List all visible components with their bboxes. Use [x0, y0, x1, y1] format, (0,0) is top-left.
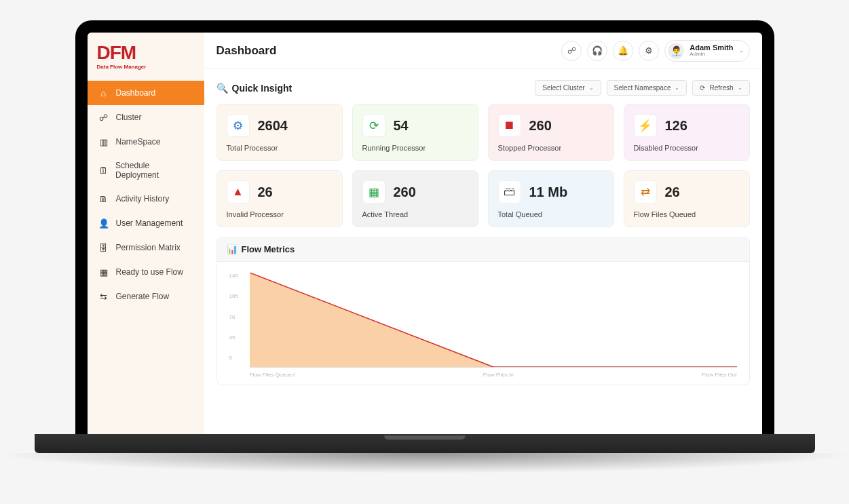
cluster-icon: ☍ — [98, 112, 109, 123]
metric-card-label: Invalid Processor — [227, 210, 333, 218]
metric-card-icon: ⚙ — [227, 114, 250, 137]
metric-card: 🗃11 MbTotal Queued — [488, 170, 614, 227]
metric-card-label: Running Processor — [362, 144, 468, 152]
quick-insight-label: Quick Insight — [232, 83, 293, 94]
sidebar-item-namespace[interactable]: ▥ NameSpace — [88, 130, 204, 154]
refresh-icon: ⟳ — [700, 84, 705, 92]
refresh-label: Refresh — [709, 84, 733, 92]
sidebar-item-label: Schedule Deployment — [115, 161, 193, 180]
settings-button[interactable]: ⚙ — [639, 41, 659, 61]
chevron-down-icon: ⌄ — [675, 85, 679, 91]
select-namespace-dropdown[interactable]: Select Namespace ⌄ — [607, 80, 687, 96]
user-role: Admin — [690, 52, 733, 58]
select-cluster-dropdown[interactable]: Select Cluster ⌄ — [535, 80, 601, 96]
flow-icon: ▦ — [98, 267, 109, 277]
sidebar-item-permission-matrix[interactable]: 🗄 Permission Matrix — [88, 235, 204, 260]
sidebar-item-label: User Management — [116, 218, 183, 228]
search-icon: 🔍 — [216, 83, 228, 94]
flow-metrics-chart: 14010570350 Flow Files QueuedFlow Files … — [217, 262, 749, 385]
y-tick-label: 35 — [229, 334, 238, 341]
sidebar: DFM Data Flow Manager ⌂ Dashboard ☍ Clus… — [88, 33, 204, 434]
metric-card-label: Flow Files Queued — [634, 210, 740, 218]
sidebar-item-dashboard[interactable]: ⌂ Dashboard — [88, 81, 204, 105]
chart-x-axis: Flow Files QueuedFlow Files InFlow Files… — [250, 372, 737, 378]
sidebar-item-cluster[interactable]: ☍ Cluster — [88, 105, 204, 130]
refresh-button[interactable]: ⟳ Refresh ⌄ — [692, 80, 749, 96]
sidebar-item-label: Generate Flow — [116, 292, 170, 301]
metric-card-icon: ▲ — [227, 180, 250, 203]
metric-cards: ⚙2604Total Processor⟳54Running Processor… — [216, 104, 750, 227]
content: 🔍 Quick Insight Select Cluster ⌄ Select … — [204, 69, 762, 434]
flow-metrics-panel: 📊 Flow Metrics 14010570350 Flow Files Qu… — [216, 237, 750, 385]
users-icon: 👤 — [98, 218, 109, 229]
metric-card-value: 260 — [394, 185, 416, 200]
chevron-down-icon: ⌄ — [739, 47, 744, 54]
y-tick-label: 0 — [229, 355, 238, 361]
logo: DFM Data Flow Manager — [88, 33, 204, 74]
select-namespace-label: Select Namespace — [614, 84, 671, 92]
metric-card-icon: 🗃 — [498, 180, 521, 203]
sidebar-item-label: Permission Matrix — [116, 243, 181, 252]
hierarchy-button[interactable]: ☍ — [561, 41, 582, 61]
metric-card: ⏹260Stopped Processor — [488, 104, 614, 161]
y-tick-label: 105 — [229, 293, 238, 299]
x-tick-label: Flow Files In — [483, 372, 514, 378]
flow-metrics-header: 📊 Flow Metrics — [217, 237, 749, 262]
chevron-down-icon: ⌄ — [738, 85, 742, 91]
history-icon: 🗎 — [98, 193, 109, 204]
chart-y-axis: 14010570350 — [229, 273, 238, 361]
sidebar-item-label: Ready to use Flow — [116, 267, 183, 277]
sidebar-item-label: Activity History — [116, 194, 170, 203]
page-title: Dashboard — [216, 44, 277, 58]
user-menu[interactable]: 👨‍💼 Adam Smith Admin ⌄ — [664, 40, 749, 62]
metric-card: ▲26Invalid Processor — [216, 170, 343, 227]
headset-icon: 🎧 — [592, 45, 603, 56]
metric-card-value: 11 Mb — [529, 185, 568, 200]
metric-card-label: Total Processor — [227, 144, 333, 152]
metric-card-value: 260 — [529, 118, 552, 134]
chevron-down-icon: ⌄ — [589, 85, 594, 91]
sidebar-item-schedule-deployment[interactable]: 🗓 Schedule Deployment — [88, 154, 204, 187]
notifications-button[interactable]: 🔔 — [613, 41, 633, 61]
metric-card: ⇄26Flow Files Queued — [624, 170, 750, 227]
support-button[interactable]: 🎧 — [587, 41, 607, 61]
gear-icon: ⚙ — [645, 45, 653, 56]
sidebar-item-generate-flow[interactable]: ⇆ Generate Flow — [88, 284, 204, 309]
metric-card-value: 2604 — [258, 118, 288, 134]
logo-subtitle: Data Flow Manager — [97, 64, 147, 70]
area-chart-svg — [250, 273, 737, 367]
hierarchy-icon: ☍ — [567, 45, 576, 56]
sidebar-item-user-management[interactable]: 👤 User Management — [88, 211, 204, 235]
metric-card: ▦260Active Thread — [352, 170, 478, 227]
main-panel: Dashboard ☍ 🎧 🔔 ⚙ 👨‍💼 Adam Smith Admin — [204, 33, 762, 434]
logo-text: DFM — [97, 42, 136, 64]
metric-card-value: 26 — [258, 185, 273, 200]
sidebar-nav: ⌂ Dashboard ☍ Cluster ▥ NameSpace 🗓 Sche… — [88, 81, 204, 309]
metric-card: ⚡126Disabled Processor — [624, 104, 750, 161]
user-info: Adam Smith Admin — [690, 43, 733, 58]
metric-card-label: Stopped Processor — [498, 144, 604, 152]
metric-card-label: Active Thread — [362, 210, 468, 218]
insight-header: 🔍 Quick Insight Select Cluster ⌄ Select … — [216, 80, 750, 96]
metric-card-label: Disabled Processor — [634, 144, 740, 152]
metric-card-icon: ⟳ — [362, 114, 385, 137]
calendar-icon: 🗓 — [98, 165, 109, 176]
sidebar-item-label: Cluster — [116, 113, 142, 122]
generate-icon: ⇆ — [98, 291, 109, 302]
metric-card: ⚙2604Total Processor — [216, 104, 343, 161]
sidebar-item-label: Dashboard — [116, 88, 156, 98]
chart-icon: 📊 — [227, 244, 238, 254]
sidebar-item-ready-flow[interactable]: ▦ Ready to use Flow — [88, 260, 204, 284]
y-tick-label: 140 — [229, 273, 238, 279]
metric-card: ⟳54Running Processor — [352, 104, 478, 161]
metric-card-icon: ⚡ — [634, 114, 657, 137]
sidebar-item-activity-history[interactable]: 🗎 Activity History — [88, 187, 204, 211]
metric-card-label: Total Queued — [498, 210, 604, 218]
x-tick-label: Flow Files Queued — [250, 372, 295, 378]
bell-icon: 🔔 — [618, 45, 628, 56]
top-actions: ☍ 🎧 🔔 ⚙ 👨‍💼 Adam Smith Admin ⌄ — [561, 40, 749, 62]
metric-card-value: 126 — [665, 118, 687, 134]
permission-icon: 🗄 — [98, 242, 109, 253]
sidebar-item-label: NameSpace — [116, 137, 161, 147]
metric-card-value: 26 — [665, 185, 680, 200]
